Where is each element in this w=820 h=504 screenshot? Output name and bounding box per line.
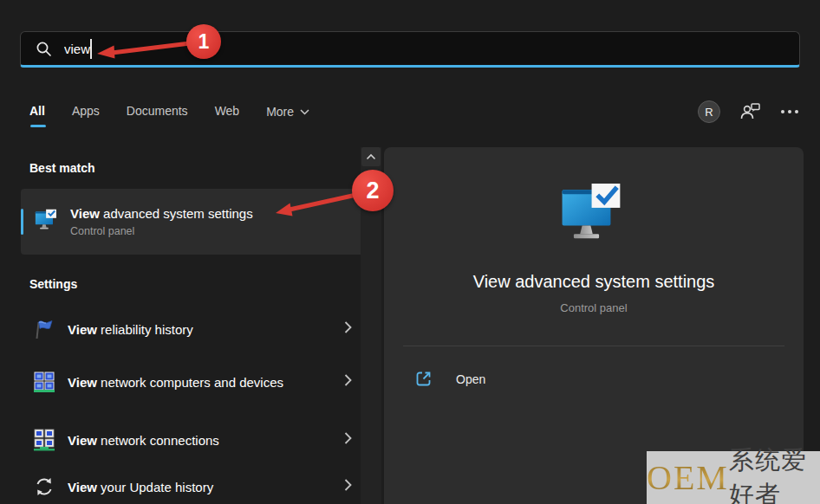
settings-item-label: View network computers and devices: [68, 373, 328, 391]
divider: [403, 346, 784, 346]
result-view-advanced-system-settings[interactable]: View advanced system settings Control pa…: [21, 189, 364, 255]
watermark-cjk: 系统爱好者: [729, 443, 820, 504]
result-title: View advanced system settings: [70, 206, 253, 221]
settings-item-network-connections[interactable]: View network connections: [21, 421, 364, 459]
open-label: Open: [456, 372, 485, 386]
settings-item-label: View your Update history: [68, 478, 328, 496]
more-options-icon[interactable]: [780, 109, 799, 114]
best-match-header: Best match: [29, 161, 94, 175]
flag-icon: [33, 318, 55, 340]
annotation-step-2: 2: [352, 170, 394, 211]
user-avatar[interactable]: R: [698, 100, 720, 123]
system-properties-icon: [35, 209, 59, 235]
scrollbar-up-button[interactable]: [361, 147, 381, 166]
chevron-up-icon: [366, 153, 376, 160]
label-bold: View: [68, 375, 97, 390]
search-bar[interactable]: [20, 31, 800, 68]
label-rest: your Update history: [97, 480, 213, 494]
settings-header: Settings: [29, 277, 77, 291]
label-bold: View: [68, 433, 97, 448]
result-title-bold: View: [70, 206, 100, 221]
system-properties-icon-large: [560, 184, 628, 246]
annotation-step-1: 1: [186, 24, 221, 59]
network-computers-icon: [33, 371, 55, 393]
chevron-right-icon: [344, 374, 352, 390]
tab-more-label: More: [266, 105, 294, 119]
tab-all[interactable]: All: [29, 104, 45, 120]
label-rest: network computers and devices: [97, 375, 283, 390]
chevron-down-icon: [300, 109, 309, 115]
tab-apps[interactable]: Apps: [72, 104, 100, 120]
text-cursor: [90, 39, 92, 59]
watermark-latin: OEM: [647, 457, 729, 498]
watermark: OEM系统爱好者: [647, 451, 820, 504]
label-rest: network connections: [97, 433, 219, 448]
tab-more[interactable]: More: [266, 105, 309, 119]
settings-item-label: View network connections: [68, 431, 328, 449]
result-subtitle: Control panel: [70, 225, 253, 237]
update-history-icon: [33, 476, 55, 497]
search-icon: [36, 41, 52, 57]
label-rest: reliability history: [97, 322, 193, 337]
network-connections-icon: [33, 429, 55, 451]
selection-accent-bar: [21, 209, 23, 235]
settings-item-reliability-history[interactable]: View reliability history: [21, 310, 364, 348]
result-title-rest: advanced system settings: [100, 206, 253, 221]
open-external-icon: [415, 371, 432, 387]
label-bold: View: [68, 322, 97, 337]
settings-item-network-computers[interactable]: View network computers and devices: [21, 359, 364, 405]
chevron-right-icon: [344, 321, 352, 337]
settings-item-label: View reliability history: [68, 320, 328, 339]
label-bold: View: [68, 480, 97, 494]
tab-web[interactable]: Web: [215, 104, 240, 120]
chevron-right-icon: [344, 479, 352, 494]
detail-subtitle: Control panel: [384, 301, 804, 314]
detail-title: View advanced system settings: [384, 272, 804, 292]
settings-item-update-history[interactable]: View your Update history: [21, 468, 364, 504]
chevron-right-icon: [344, 432, 352, 448]
open-action[interactable]: Open: [415, 371, 485, 387]
search-filter-tabs: All Apps Documents Web More R: [29, 97, 799, 126]
tab-documents[interactable]: Documents: [127, 104, 188, 120]
feedback-icon[interactable]: [739, 102, 761, 121]
